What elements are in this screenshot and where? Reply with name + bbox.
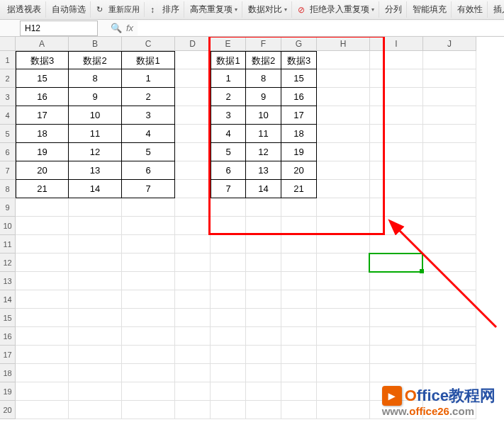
cell[interactable] xyxy=(16,401,69,419)
cell[interactable] xyxy=(317,51,370,69)
row-header[interactable]: 19 xyxy=(0,382,16,401)
cell[interactable] xyxy=(317,235,370,254)
row-header[interactable]: 13 xyxy=(0,272,16,290)
cell[interactable]: 4 xyxy=(122,125,175,143)
cell[interactable]: 12 xyxy=(246,143,281,161)
cell[interactable] xyxy=(423,198,476,217)
cell[interactable] xyxy=(69,364,122,382)
cell[interactable] xyxy=(69,382,122,401)
cell[interactable]: 数据1 xyxy=(122,51,175,69)
cell[interactable] xyxy=(211,254,246,272)
cell[interactable] xyxy=(175,254,211,272)
cell[interactable]: 14 xyxy=(69,180,122,198)
cell[interactable] xyxy=(122,217,175,235)
cell[interactable] xyxy=(175,327,211,346)
cell[interactable] xyxy=(122,327,175,346)
cell[interactable] xyxy=(317,290,370,309)
tool-reject-dup[interactable]: ⊘拒绝录入重复项▾ xyxy=(293,1,379,18)
cell[interactable] xyxy=(175,272,211,290)
cell[interactable] xyxy=(370,106,423,125)
cell[interactable] xyxy=(370,235,423,254)
cell[interactable] xyxy=(317,364,370,382)
cell[interactable] xyxy=(317,254,370,272)
fx-label[interactable]: fx xyxy=(126,23,133,33)
cell[interactable] xyxy=(69,235,122,254)
cell[interactable] xyxy=(370,88,423,106)
cell[interactable] xyxy=(175,143,211,161)
formula-input[interactable] xyxy=(138,21,504,35)
cell[interactable] xyxy=(281,327,317,346)
cell[interactable] xyxy=(16,346,69,364)
cell[interactable] xyxy=(370,69,423,88)
row-header[interactable]: 18 xyxy=(0,364,16,382)
cell[interactable] xyxy=(211,272,246,290)
cell[interactable] xyxy=(423,364,476,382)
cell[interactable] xyxy=(317,161,370,180)
cell[interactable]: 5 xyxy=(211,143,246,161)
cell[interactable] xyxy=(370,180,423,198)
cell[interactable] xyxy=(122,346,175,364)
cell[interactable]: 20 xyxy=(16,161,69,180)
col-header-C[interactable]: C xyxy=(122,37,175,51)
row-header[interactable]: 7 xyxy=(0,161,16,180)
cell[interactable] xyxy=(175,309,211,327)
cell[interactable] xyxy=(281,290,317,309)
row-header[interactable]: 9 xyxy=(0,198,16,217)
cell[interactable]: 21 xyxy=(16,180,69,198)
cell[interactable] xyxy=(281,346,317,364)
cell[interactable]: 13 xyxy=(246,161,281,180)
cell[interactable] xyxy=(281,217,317,235)
cell[interactable]: 9 xyxy=(246,88,281,106)
tool-highlight-dup[interactable]: 高亮重复项▾ xyxy=(186,1,242,18)
cell[interactable] xyxy=(175,198,211,217)
row-header[interactable]: 8 xyxy=(0,180,16,198)
tool-validity[interactable]: 有效性 xyxy=(453,1,488,18)
cell[interactable] xyxy=(16,364,69,382)
cell[interactable] xyxy=(423,69,476,88)
row-header[interactable]: 3 xyxy=(0,88,16,106)
cell[interactable] xyxy=(175,364,211,382)
cell[interactable] xyxy=(175,382,211,401)
col-header-F[interactable]: F xyxy=(246,37,281,51)
cell[interactable] xyxy=(281,382,317,401)
cell[interactable] xyxy=(370,290,423,309)
cell[interactable]: 10 xyxy=(69,106,122,125)
cell[interactable] xyxy=(246,254,281,272)
cell[interactable] xyxy=(122,309,175,327)
cell[interactable] xyxy=(175,401,211,419)
cell[interactable] xyxy=(16,327,69,346)
cell[interactable] xyxy=(246,235,281,254)
cell[interactable]: 7 xyxy=(211,180,246,198)
cell[interactable]: 8 xyxy=(246,69,281,88)
cell[interactable] xyxy=(175,161,211,180)
cell[interactable]: 数据3 xyxy=(281,51,317,69)
cell[interactable]: 11 xyxy=(246,125,281,143)
tool-compare[interactable]: 数据对比▾ xyxy=(244,1,292,18)
cell[interactable] xyxy=(281,235,317,254)
cell[interactable] xyxy=(317,401,370,419)
row-header[interactable]: 14 xyxy=(0,290,16,309)
cell[interactable] xyxy=(175,88,211,106)
cell[interactable] xyxy=(423,346,476,364)
cell[interactable] xyxy=(175,217,211,235)
row-header[interactable]: 16 xyxy=(0,327,16,346)
cell[interactable] xyxy=(16,309,69,327)
cell[interactable] xyxy=(317,180,370,198)
cell[interactable] xyxy=(370,327,423,346)
cell[interactable]: 17 xyxy=(281,106,317,125)
cell[interactable] xyxy=(175,235,211,254)
cell[interactable] xyxy=(370,346,423,364)
cell[interactable] xyxy=(370,51,423,69)
cell[interactable] xyxy=(246,401,281,419)
cell[interactable]: 16 xyxy=(16,88,69,106)
cell[interactable] xyxy=(16,235,69,254)
cell[interactable]: 13 xyxy=(69,161,122,180)
tool-autofilter[interactable]: 自动筛选 xyxy=(47,1,91,18)
col-header-E[interactable]: E xyxy=(211,37,246,51)
cell[interactable]: 数据1 xyxy=(211,51,246,69)
cell[interactable] xyxy=(423,161,476,180)
cell[interactable]: 3 xyxy=(211,106,246,125)
cell[interactable] xyxy=(370,309,423,327)
cell[interactable] xyxy=(423,143,476,161)
cell[interactable] xyxy=(317,88,370,106)
